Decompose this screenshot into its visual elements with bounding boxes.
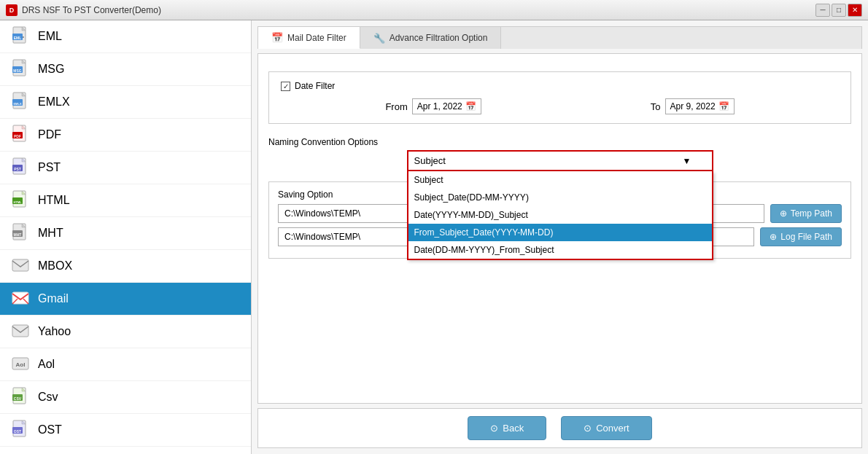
date-filter-checkbox[interactable]	[281, 82, 290, 91]
window-title: DRS NSF To PST Converter(Demo)	[22, 5, 161, 15]
sidebar-label-mbox: MBOX	[38, 259, 72, 273]
mbox-icon	[10, 256, 31, 276]
naming-dropdown: Subject Subject_Date(DD-MM-YYYY) Date(YY…	[407, 171, 713, 260]
calendar-icon: 📅	[271, 32, 283, 43]
svg-text:Aol: Aol	[16, 361, 26, 368]
svg-text:MSG: MSG	[13, 69, 22, 73]
sidebar-item-emlx[interactable]: EMLX EMLX	[0, 86, 251, 119]
option-date-subject[interactable]: Date(YYYY-MM-DD)_Subject	[408, 206, 712, 224]
to-label: To	[651, 101, 661, 112]
from-label: From	[385, 101, 407, 112]
close-button[interactable]: ✕	[848, 4, 862, 17]
tab-mail-date-filter[interactable]: 📅 Mail Date Filter	[258, 27, 360, 49]
svg-text:PDF: PDF	[14, 134, 21, 138]
sidebar-item-gmail[interactable]: Gmail	[0, 283, 251, 316]
tabs-bar: 📅 Mail Date Filter 🔧 Advance Filtration …	[257, 26, 862, 49]
sidebar-label-aol: Aol	[38, 358, 55, 371]
option-subject-date[interactable]: Subject_Date(DD-MM-YYYY)	[408, 189, 712, 206]
to-date-value: Apr 9, 2022	[670, 101, 716, 111]
filter-icon: 🔧	[373, 33, 385, 44]
svg-text:OST: OST	[14, 429, 21, 434]
log-file-path-button[interactable]: ⊕ Log File Path	[760, 227, 842, 246]
tab-advance-filtration[interactable]: 🔧 Advance Filtration Option	[360, 27, 502, 49]
sidebar-item-yahoo[interactable]: Yahoo	[0, 316, 251, 348]
sidebar-item-ost[interactable]: OST OST	[0, 414, 251, 447]
sidebar-item-mht[interactable]: MHT MHT	[0, 217, 251, 250]
csv-file-icon: CSV	[10, 387, 31, 407]
msg-file-icon: MSG	[10, 59, 31, 79]
to-calendar-icon[interactable]: 📅	[718, 101, 729, 111]
sidebar-item-msg[interactable]: MSG MSG	[0, 53, 251, 86]
from-date-input[interactable]: Apr 1, 2022 📅	[412, 98, 481, 114]
minimize-button[interactable]: ─	[815, 4, 830, 17]
sidebar-label-html: HTML	[38, 194, 70, 207]
html-file-icon: HTML	[10, 190, 31, 211]
svg-text:EMLX: EMLX	[13, 102, 21, 106]
app-icon: D	[6, 4, 18, 16]
svg-text:EML: EML	[14, 36, 22, 40]
date-filter-group: Date Filter From Apr 1, 2022 📅 To	[268, 71, 851, 124]
temp-path-button[interactable]: ⊕ Temp Path	[770, 204, 842, 223]
emlx-file-icon: EMLX	[10, 92, 31, 112]
convert-label: Convert	[596, 423, 629, 434]
eml-file-icon: EML	[10, 26, 31, 47]
temp-path-icon: ⊕	[780, 208, 787, 219]
to-date-input[interactable]: Apr 9, 2022 📅	[665, 98, 735, 114]
title-bar: D DRS NSF To PST Converter(Demo) ─ □ ✕	[0, 0, 868, 20]
pdf-file-icon: PDF	[10, 125, 31, 145]
maximize-button[interactable]: □	[832, 4, 846, 17]
naming-selected-value: Subject	[414, 155, 446, 166]
content-area: 📅 Mail Date Filter 🔧 Advance Filtration …	[252, 20, 868, 454]
svg-text:CSV: CSV	[14, 396, 22, 401]
svg-rect-34	[12, 325, 28, 337]
yahoo-icon	[10, 321, 31, 342]
sidebar-label-gmail: Gmail	[38, 292, 69, 305]
sidebar-item-pst[interactable]: PST PST	[0, 152, 251, 184]
convert-icon: ⊙	[584, 423, 592, 434]
naming-convention-section: Naming Convention Options Subject ▼ Subj…	[268, 137, 851, 171]
sidebar-item-html[interactable]: HTML HTML	[0, 184, 251, 217]
log-path-icon: ⊕	[770, 232, 777, 242]
svg-rect-30	[12, 259, 28, 271]
back-label: Back	[503, 423, 524, 434]
sidebar-item-aol[interactable]: Aol Aol	[0, 348, 251, 381]
window-controls: ─ □ ✕	[815, 4, 862, 17]
sidebar-label-csv: Csv	[38, 391, 58, 404]
from-date-value: Apr 1, 2022	[417, 101, 462, 111]
gmail-icon	[10, 289, 31, 309]
date-filter-text: Date Filter	[295, 81, 335, 91]
log-file-path-label: Log File Path	[780, 232, 832, 242]
bottom-bar: ⊙ Back ⊙ Convert	[257, 408, 862, 448]
sidebar-label-pst: PST	[38, 161, 61, 174]
sidebar-label-yahoo: Yahoo	[38, 325, 71, 338]
sidebar-item-csv[interactable]: CSV Csv	[0, 381, 251, 414]
aol-icon: Aol	[10, 354, 31, 375]
from-date-field: From Apr 1, 2022 📅	[385, 98, 481, 114]
pst-file-icon: PST	[10, 157, 31, 178]
sidebar-item-pdf[interactable]: PDF PDF	[0, 119, 251, 152]
naming-dropdown-wrapper: Subject ▼ Subject Subject_Date(DD-MM-YYY…	[407, 150, 713, 171]
back-button[interactable]: ⊙ Back	[468, 416, 546, 440]
back-icon: ⊙	[490, 423, 498, 434]
sidebar-item-mbox[interactable]: MBOX	[0, 250, 251, 283]
sidebar-item-office365[interactable]: 365 Office 365	[0, 447, 251, 454]
convert-button[interactable]: ⊙ Convert	[561, 416, 652, 440]
tab-mail-date-label: Mail Date Filter	[287, 33, 346, 43]
sidebar-label-mht: MHT	[38, 227, 63, 240]
option-subject[interactable]: Subject	[408, 171, 712, 189]
sidebar-label-ost: OST	[38, 423, 62, 437]
svg-text:PST: PST	[14, 167, 21, 171]
sidebar-label-eml: EML	[38, 30, 62, 43]
tab-advance-label: Advance Filtration Option	[390, 33, 488, 43]
ost-file-icon: OST	[10, 420, 31, 440]
naming-convention-label: Naming Convention Options	[268, 137, 851, 147]
temp-path-label: Temp Path	[791, 208, 832, 219]
sidebar-label-emlx: EMLX	[38, 95, 70, 109]
option-date-from-subject[interactable]: Date(DD-MM-YYYY)_From_Subject	[408, 241, 712, 259]
naming-select-display[interactable]: Subject ▼	[407, 150, 713, 171]
sidebar-item-eml[interactable]: EML EML	[0, 20, 251, 53]
option-from-subject-date[interactable]: From_Subject_Date(YYYY-MM-DD)	[408, 224, 712, 241]
date-filter-label: Date Filter	[281, 81, 839, 91]
sidebar: EML EML MSG MSG	[0, 20, 252, 454]
from-calendar-icon[interactable]: 📅	[465, 101, 476, 111]
